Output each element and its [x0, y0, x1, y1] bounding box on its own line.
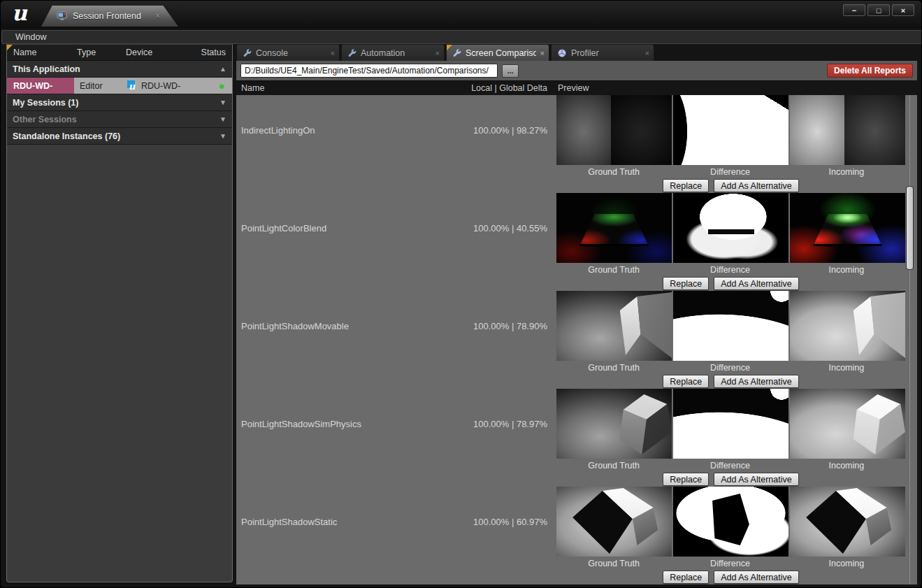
ground-truth-image[interactable] — [556, 95, 672, 165]
preview-block: Ground Truth Difference Incoming Replace… — [556, 193, 905, 290]
tab-screen-comparison[interactable]: Screen Comparison × — [446, 44, 549, 61]
ground-truth-image[interactable] — [556, 487, 672, 557]
preview-block: Ground Truth Difference Incoming Replace… — [556, 487, 905, 584]
add-as-alternative-button[interactable]: Add As Alternative — [714, 473, 798, 486]
add-as-alternative-button[interactable]: Add As Alternative — [714, 277, 798, 290]
session-type: Editor — [74, 81, 126, 91]
editor-device-icon: u — [126, 80, 138, 92]
active-tab-flag-icon — [447, 45, 452, 50]
replace-button[interactable]: Replace — [663, 375, 709, 388]
group-label: My Sessions (1) — [13, 98, 78, 108]
menu-item-window[interactable]: Window — [15, 32, 46, 42]
replace-button[interactable]: Replace — [663, 179, 709, 192]
column-header-type[interactable]: Type — [77, 48, 126, 57]
collapse-down-icon[interactable]: ▼ — [219, 115, 226, 123]
group-this-application[interactable]: This Application ▲ — [7, 61, 232, 78]
delete-all-reports-button[interactable]: Delete All Reports — [827, 64, 913, 78]
incoming-label: Incoming — [789, 361, 904, 373]
group-label: Standalone Instances (76) — [13, 131, 120, 141]
column-header-name[interactable]: Name — [7, 48, 77, 57]
difference-image[interactable] — [673, 291, 788, 361]
session-frontend-window: u Session Frontend × − □ × Window Name T… — [0, 0, 922, 588]
difference-label: Difference — [672, 263, 787, 275]
report-row-pointlightcolorblend[interactable]: PointLightColorBlend 100.00% | 40.55% Gr… — [236, 193, 917, 291]
report-delta: 100.00% | 78.90% — [473, 291, 547, 361]
column-header-preview[interactable]: Preview — [558, 83, 589, 93]
group-standalone-instances[interactable]: Standalone Instances (76) ▼ — [7, 128, 232, 145]
difference-image[interactable] — [673, 487, 788, 557]
close-icon[interactable]: × — [155, 11, 160, 21]
collapse-up-icon[interactable]: ▲ — [219, 65, 226, 73]
ground-truth-image[interactable] — [556, 193, 672, 263]
group-other-sessions[interactable]: Other Sessions ▼ — [7, 111, 232, 128]
title-bar[interactable]: u Session Frontend × − □ × — [1, 1, 921, 29]
ground-truth-image[interactable] — [556, 389, 672, 459]
report-delta: 100.00% | 78.97% — [473, 389, 547, 459]
session-device-name: RDU-WD- — [141, 81, 180, 91]
add-as-alternative-button[interactable]: Add As Alternative — [714, 179, 798, 192]
difference-image[interactable] — [673, 389, 788, 459]
session-frontend-tab[interactable]: Session Frontend × — [41, 6, 178, 27]
scrollbar-thumb[interactable] — [906, 186, 914, 270]
column-header-name[interactable]: Name — [236, 83, 264, 93]
column-header-device[interactable]: Device — [126, 48, 196, 57]
window-title: Session Frontend — [73, 11, 141, 21]
session-status: ● — [211, 80, 232, 91]
add-as-alternative-button[interactable]: Add As Alternative — [714, 571, 798, 584]
incoming-image[interactable] — [790, 487, 905, 557]
ground-truth-image[interactable] — [556, 291, 672, 361]
tab-label: Automation — [361, 48, 431, 58]
report-name: IndirectLightingOn — [241, 95, 315, 165]
session-device: u RDU-WD- — [126, 80, 211, 92]
incoming-image[interactable] — [790, 95, 905, 165]
close-button[interactable]: × — [892, 4, 914, 16]
tab-profiler[interactable]: Profiler × — [551, 44, 654, 61]
session-browser-header: Name Type Device Status — [7, 45, 232, 61]
comparisons-path-input[interactable] — [240, 64, 498, 78]
session-row[interactable]: RDU-WD- Editor u RDU-WD- ● — [7, 78, 232, 94]
maximize-button[interactable]: □ — [867, 4, 890, 16]
minimize-button[interactable]: − — [843, 4, 865, 16]
difference-label: Difference — [672, 165, 787, 177]
close-icon[interactable]: × — [435, 49, 440, 57]
preview-art — [813, 214, 882, 246]
report-name: PointLightShadowStatic — [241, 487, 337, 557]
group-my-sessions[interactable]: My Sessions (1) ▼ — [7, 94, 232, 111]
incoming-image[interactable] — [790, 291, 905, 361]
report-row-pointlightshadowstatic[interactable]: PointLightShadowStatic 100.00% | 60.97% — [236, 487, 917, 585]
tab-console[interactable]: Console × — [236, 44, 340, 61]
wrench-icon — [243, 48, 252, 57]
wrench-icon — [347, 48, 356, 57]
window-controls: − □ × — [843, 4, 914, 16]
incoming-label: Incoming — [789, 263, 904, 275]
active-panel-flag-icon — [7, 45, 13, 50]
column-header-delta[interactable]: Local | Global Delta — [471, 83, 547, 93]
replace-button[interactable]: Replace — [663, 473, 709, 486]
report-row-pointlightshadowmovable[interactable]: PointLightShadowMovable 100.00% | 78.90%… — [236, 291, 917, 389]
replace-button[interactable]: Replace — [663, 571, 709, 584]
replace-button[interactable]: Replace — [663, 277, 709, 290]
screen-comparison-panel: Console × Automation × Screen Comparison… — [236, 44, 917, 588]
ground-truth-label: Ground Truth — [556, 165, 671, 177]
incoming-image[interactable] — [790, 389, 905, 459]
report-row-pointlightshadowsimphysics[interactable]: PointLightShadowSimPhysics 100.00% | 78.… — [236, 389, 917, 487]
collapse-down-icon[interactable]: ▼ — [219, 132, 226, 140]
tab-label: Console — [256, 48, 326, 58]
comparison-toolbar: ... Delete All Reports — [236, 61, 917, 80]
scrollbar-track[interactable] — [909, 95, 910, 585]
close-icon[interactable]: × — [645, 49, 649, 57]
close-icon[interactable]: × — [331, 49, 335, 57]
preview-block: Ground Truth Difference Incoming Replace… — [556, 389, 905, 486]
difference-image[interactable] — [673, 193, 788, 263]
report-delta: 100.00% | 40.55% — [473, 193, 547, 263]
collapse-down-icon[interactable]: ▼ — [219, 99, 226, 106]
column-header-status[interactable]: Status — [196, 48, 232, 57]
browse-button[interactable]: ... — [502, 64, 519, 78]
tab-automation[interactable]: Automation × — [341, 44, 445, 61]
report-row-indirectlightingon[interactable]: IndirectLightingOn 100.00% | 98.27% Grou… — [236, 95, 917, 193]
add-as-alternative-button[interactable]: Add As Alternative — [714, 375, 798, 388]
difference-image[interactable] — [673, 95, 788, 165]
incoming-image[interactable] — [790, 193, 905, 263]
report-list: IndirectLightingOn 100.00% | 98.27% Grou… — [236, 95, 917, 585]
close-icon[interactable]: × — [540, 49, 545, 57]
